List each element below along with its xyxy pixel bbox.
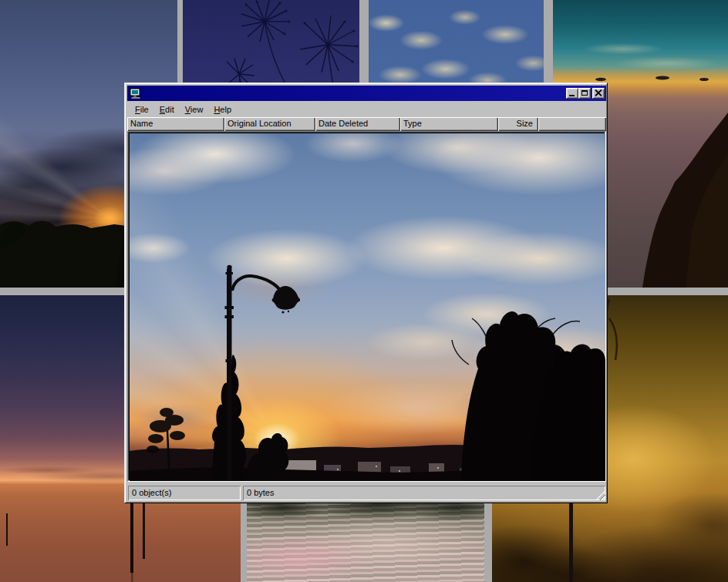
computer-icon[interactable]	[130, 88, 142, 99]
close-button[interactable]	[592, 88, 605, 99]
column-header-date-deleted[interactable]: Date Deleted	[315, 117, 400, 131]
menu-bar: File Edit View Help	[127, 101, 606, 117]
menu-help[interactable]: Help	[210, 103, 235, 116]
column-header-filler	[538, 117, 606, 131]
status-bytes: 0 bytes	[243, 486, 605, 500]
maximize-button[interactable]	[578, 88, 591, 99]
menu-file[interactable]: File	[131, 103, 153, 116]
titlebar[interactable]	[127, 86, 606, 101]
minimize-icon	[569, 95, 575, 96]
sunset-photo-silhouettes	[130, 133, 605, 481]
file-list-area[interactable]	[127, 131, 606, 482]
folder-background-photo	[130, 133, 605, 481]
status-bar: 0 object(s) 0 bytes	[127, 484, 606, 502]
close-icon	[595, 89, 602, 96]
desktop: { "window": { "menu": ["File", "Edit", "…	[0, 0, 728, 582]
column-headers: Name Original Location Date Deleted Type…	[127, 117, 606, 131]
recycle-bin-window: File Edit View Help Name Original Locati…	[124, 82, 608, 503]
menu-view[interactable]: View	[181, 103, 207, 116]
minimize-button[interactable]	[566, 88, 578, 99]
column-header-name[interactable]: Name	[127, 117, 224, 131]
maximize-icon	[581, 90, 588, 96]
column-header-size[interactable]: Size	[498, 117, 538, 131]
column-header-type[interactable]: Type	[400, 117, 498, 131]
column-header-original-location[interactable]: Original Location	[224, 117, 315, 131]
menu-edit[interactable]: Edit	[156, 103, 178, 116]
status-objects: 0 object(s)	[128, 486, 241, 500]
